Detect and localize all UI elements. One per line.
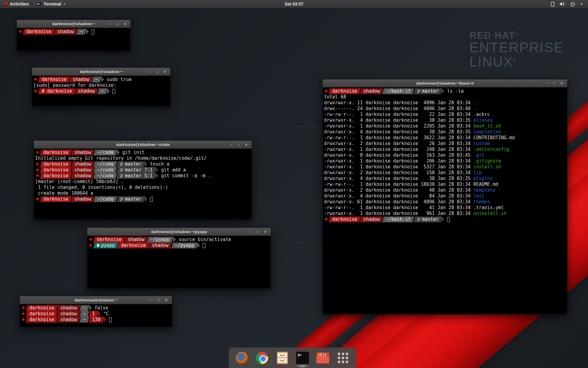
maximize-button[interactable]: □ [236, 141, 242, 148]
terminal-content[interactable]: darknoiseshadow~falsedarknoiseshadow~1^C… [20, 304, 172, 327]
window-titlebar[interactable]: darknoise@shadow:~–□✕ [20, 296, 172, 304]
terminal-window-code[interactable]: darknoise@shadow:~/code–□✕darknoiseshado… [34, 140, 252, 220]
prompt-segment-text: master ?:1 [120, 167, 153, 173]
minimize-button[interactable]: – [107, 20, 113, 28]
maximize-button[interactable]: □ [255, 228, 261, 236]
terminal-content[interactable]: darknoiseshadow~sudo true[sudo] password… [32, 76, 170, 106]
prompt-line: pyappdarknoiseshadow~/pyapp [89, 243, 270, 248]
dock-item-files[interactable] [276, 351, 289, 364]
window-title: darknoise@shadow:~/code [34, 142, 252, 147]
activities-button[interactable]: Activities [0, 0, 32, 8]
file-name: .. [473, 106, 479, 111]
maximize-button[interactable]: □ [551, 80, 557, 87]
prompt-segment-text: ~ [101, 88, 104, 94]
terminal-content[interactable]: darknoiseshadow~/bash-itmasterls -latota… [323, 87, 567, 314]
minimize-button[interactable]: – [247, 228, 254, 236]
terminal-window-bash-it[interactable]: darknoise@shadow:~/bash-it–□✕darknoisesh… [322, 79, 567, 314]
terminal-content[interactable]: darknoiseshadow~/codegit initInitialized… [34, 149, 252, 219]
prompt-segment-text: shadow [74, 167, 91, 173]
prompt-arrow-icon [117, 150, 120, 155]
system-tray[interactable] [551, 2, 588, 7]
terminal-window-sudo[interactable]: darknoise@shadow:~–□✕darknoiseshadow~sud… [32, 67, 171, 106]
window-controls: –□✕ [544, 80, 567, 87]
close-button[interactable]: ✕ [262, 228, 268, 236]
prompt-segment-user: darknoise [26, 317, 58, 323]
prompt-segment-path: ~/code [94, 173, 117, 179]
prompt-segment-text: darknoise [43, 196, 68, 202]
prompt-segment-text: shadow [74, 196, 91, 202]
terminal-content[interactable]: darknoiseshadow~/pyappsource bin/activat… [87, 236, 271, 289]
close-button[interactable]: ✕ [243, 141, 249, 148]
prompt-segment-text: pyapp [97, 243, 115, 248]
prompt-segment-text: shadow [60, 311, 77, 317]
clock[interactable]: Sat 03:57 [285, 2, 303, 6]
volume-icon [560, 2, 565, 6]
window-titlebar[interactable]: darknoise@shadow:~/pyapp–□✕ [87, 228, 271, 236]
minimize-button[interactable]: – [149, 297, 155, 304]
prompt-segment-text: shadow [128, 237, 144, 243]
prompt-segment-user: darknoise [40, 173, 72, 179]
prompt-segment-user: darknoise [26, 311, 58, 317]
prompt-arrow-icon [442, 88, 444, 94]
minimize-button[interactable]: – [147, 68, 153, 75]
prompt-segment-text: darknoise [43, 150, 68, 155]
prompt-segment-text: master S:1 [120, 173, 153, 179]
dock-item-toolbox[interactable] [316, 351, 329, 364]
dock-item-app-grid[interactable] [337, 351, 349, 364]
terminal-window-exit-codes[interactable]: darknoise@shadow:~–□✕darknoiseshadow~fal… [20, 296, 172, 327]
prompt-segment-user: darknoise [329, 217, 361, 222]
git-branch-icon [120, 168, 123, 172]
file-name: install.sh [473, 164, 501, 170]
window-controls: –□✕ [107, 20, 130, 28]
prompt-segment-text: shadow [73, 77, 89, 82]
close-button[interactable]: ✕ [122, 20, 128, 28]
prompt-segment-user: darknoise [40, 150, 72, 155]
registered-mark: ® [513, 58, 517, 63]
window-titlebar[interactable]: darknoise@shadow:~–□✕ [17, 20, 130, 28]
prompt-segment-text: darknoise [97, 237, 122, 243]
app-menu-terminal[interactable]: $> Terminal ▼ [32, 0, 69, 8]
prompt-line: darknoiseshadow~/codemaster ?:1git add a [35, 167, 251, 173]
prompt-segment-host: shadow [124, 237, 148, 243]
window-titlebar[interactable]: darknoise@shadow:~/code–□✕ [34, 141, 252, 149]
prompt-segment-text: darknoise [43, 161, 68, 167]
window-titlebar[interactable]: darknoise@shadow:~–□✕ [32, 68, 170, 76]
registered-mark: ® [515, 32, 518, 36]
terminal-cursor [92, 29, 94, 34]
prompt-line: darknoiseshadow~/codemaster S:1git commi… [35, 173, 251, 179]
dock-item-chrome[interactable] [256, 351, 269, 364]
window-titlebar[interactable]: darknoise@shadow:~/bash-it–□✕ [323, 79, 567, 87]
file-list-row: -rw-rw-r--. 1 darknoise darknoise 3622 J… [324, 135, 567, 141]
toolbox-icon [316, 352, 329, 363]
maximize-button[interactable]: □ [115, 20, 121, 28]
top-bar: Activities $> Terminal ▼ Sat 03:57 [0, 0, 588, 8]
branding-line3: LINUX [469, 54, 513, 70]
minimize-button[interactable]: – [544, 80, 550, 87]
close-button[interactable]: ✕ [163, 297, 169, 304]
git-branch-icon [120, 197, 123, 201]
terminal-content[interactable]: darknoiseshadow~ [17, 28, 130, 51]
prompt-line: darknoiseshadow~/codemaster [35, 196, 251, 202]
maximize-button[interactable]: □ [156, 297, 162, 304]
close-button[interactable]: ✕ [162, 68, 168, 75]
redhat-icon [22, 307, 25, 309]
prompt-segment-user: darknoise [40, 196, 72, 202]
terminal-window-pyapp[interactable]: darknoise@shadow:~/pyapp–□✕darknoiseshad… [87, 228, 271, 289]
redhat-icon [325, 218, 328, 221]
prompt-segment-text: ~/code [97, 173, 114, 179]
dock: $> [229, 347, 356, 368]
file-name: lib [473, 170, 482, 175]
prompt-segment-user: darknoise [38, 77, 70, 82]
close-button[interactable]: ✕ [559, 80, 565, 87]
prompt-segment-text: darknoise [121, 243, 146, 248]
terminal-window-home-top[interactable]: darknoise@shadow:~–□✕darknoiseshadow~ [17, 20, 131, 51]
minimize-button[interactable]: – [228, 141, 235, 148]
prompt-segment-path: ~ [97, 88, 107, 94]
prompt-segment-path: ~/bash-it [383, 88, 414, 94]
prompt-arrow-icon [145, 161, 147, 167]
dock-item-firefox[interactable] [236, 351, 248, 364]
maximize-button[interactable]: □ [154, 68, 160, 75]
dock-item-terminal[interactable]: $> [296, 351, 309, 364]
prompt-segment-exit: 130 [89, 317, 104, 323]
prompt-line: darknoiseshadow~/bash-itmasterls -la [324, 88, 567, 94]
